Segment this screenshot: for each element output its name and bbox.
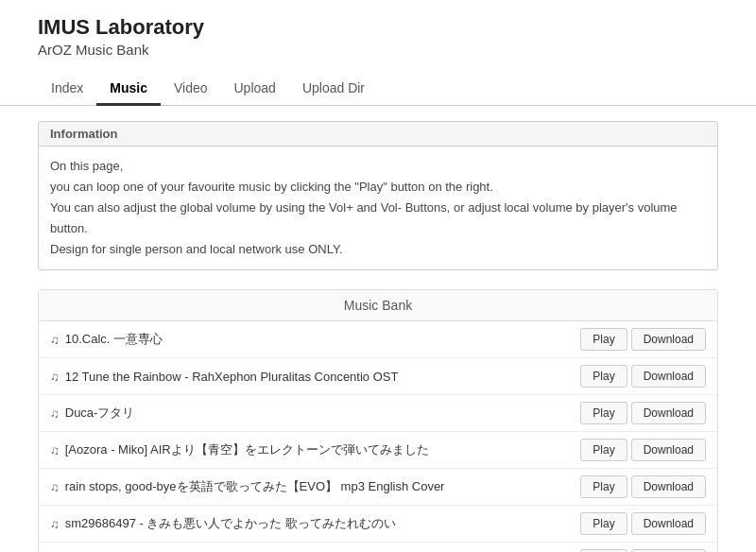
nav-item-music[interactable]: Music (96, 73, 161, 106)
music-title-text: sm29686497 - きみも悪い人でよかった 歌ってみたれむのい (65, 515, 396, 532)
music-actions: PlayDownload (580, 475, 706, 498)
download-button[interactable]: Download (631, 402, 706, 424)
download-button[interactable]: Download (631, 439, 706, 461)
main-nav: IndexMusicVideoUploadUpload Dir (0, 73, 756, 106)
music-title: ♫Duca-フタリ (50, 405, 580, 422)
music-note-icon: ♫ (50, 370, 60, 384)
nav-item-upload-dir[interactable]: Upload Dir (289, 73, 378, 106)
nav-item-index[interactable]: Index (38, 73, 96, 106)
music-title-text: rain stops, good-byeを英語で歌ってみた【EVO】 mp3 E… (65, 478, 445, 495)
info-line: you can loop one of your favourite music… (50, 177, 706, 198)
music-row: ♫Duca-フタリPlayDownload (39, 395, 717, 432)
music-row: ♫12 Tune the Rainbow - RahXephon Plurali… (39, 358, 717, 395)
music-row: ♫rain stops, good-byeを英語で歌ってみた【EVO】 mp3 … (39, 469, 717, 506)
play-button[interactable]: Play (580, 365, 627, 388)
music-actions: PlayDownload (580, 439, 706, 461)
music-title-text: 12 Tune the Rainbow - RahXephon Pluralit… (65, 370, 399, 384)
download-button[interactable]: Download (631, 512, 706, 535)
site-title: IMUS Laboratory (38, 15, 718, 40)
play-button[interactable]: Play (580, 475, 627, 498)
play-button[interactable]: Play (580, 512, 627, 535)
info-line: Design for single person and local netwo… (50, 239, 706, 260)
music-title-text: Duca-フタリ (65, 405, 135, 422)
music-actions: PlayDownload (580, 328, 706, 351)
info-line: On this page, (50, 156, 706, 177)
info-box-title: Information (39, 122, 717, 147)
music-actions: PlayDownload (580, 402, 706, 424)
play-button[interactable]: Play (580, 328, 627, 351)
music-actions: PlayDownload (580, 512, 706, 535)
nav-item-upload[interactable]: Upload (221, 73, 289, 106)
music-note-icon: ♫ (50, 517, 60, 531)
music-row: ♫10.Calc. 一意専心PlayDownload (39, 321, 717, 358)
site-subtitle: ArOZ Music Bank (38, 42, 718, 58)
music-title: ♫sm29686497 - きみも悪い人でよかった 歌ってみたれむのい (50, 515, 580, 532)
music-title-text: [Aozora - Miko] AIRより【青空】をエレクトーンで弾いてみました (65, 441, 429, 458)
music-note-icon: ♫ (50, 480, 60, 494)
music-row: ♫「ODDS＆ENDS」を歌ってみた【人間視点Ver.】PlayDownload (39, 543, 717, 552)
info-box-body: On this page,you can loop one of your fa… (39, 147, 717, 269)
music-note-icon: ♫ (50, 443, 60, 457)
play-button[interactable]: Play (580, 439, 627, 461)
music-note-icon: ♫ (50, 333, 60, 347)
music-title: ♫[Aozora - Miko] AIRより【青空】をエレクトーンで弾いてみまし… (50, 441, 580, 458)
nav-item-video[interactable]: Video (161, 73, 221, 106)
music-title-text: 10.Calc. 一意専心 (65, 331, 163, 348)
music-row: ♫[Aozora - Miko] AIRより【青空】をエレクトーンで弾いてみまし… (39, 432, 717, 469)
music-row: ♫sm29686497 - きみも悪い人でよかった 歌ってみたれむのいPlayD… (39, 506, 717, 543)
music-title: ♫12 Tune the Rainbow - RahXephon Plurali… (50, 370, 580, 384)
music-bank-header: Music Bank (39, 290, 717, 321)
music-bank: Music Bank ♫10.Calc. 一意専心PlayDownload♫12… (38, 289, 718, 552)
download-button[interactable]: Download (631, 365, 706, 388)
download-button[interactable]: Download (631, 475, 706, 498)
music-note-icon: ♫ (50, 406, 60, 421)
music-title: ♫10.Calc. 一意専心 (50, 331, 580, 348)
info-box: Information On this page,you can loop on… (38, 121, 718, 270)
track-list: ♫10.Calc. 一意専心PlayDownload♫12 Tune the R… (39, 321, 717, 552)
music-title: ♫rain stops, good-byeを英語で歌ってみた【EVO】 mp3 … (50, 478, 580, 495)
download-button[interactable]: Download (631, 328, 706, 351)
music-actions: PlayDownload (580, 365, 706, 388)
info-line: You can also adjust the global volume by… (50, 198, 706, 239)
play-button[interactable]: Play (580, 402, 627, 424)
